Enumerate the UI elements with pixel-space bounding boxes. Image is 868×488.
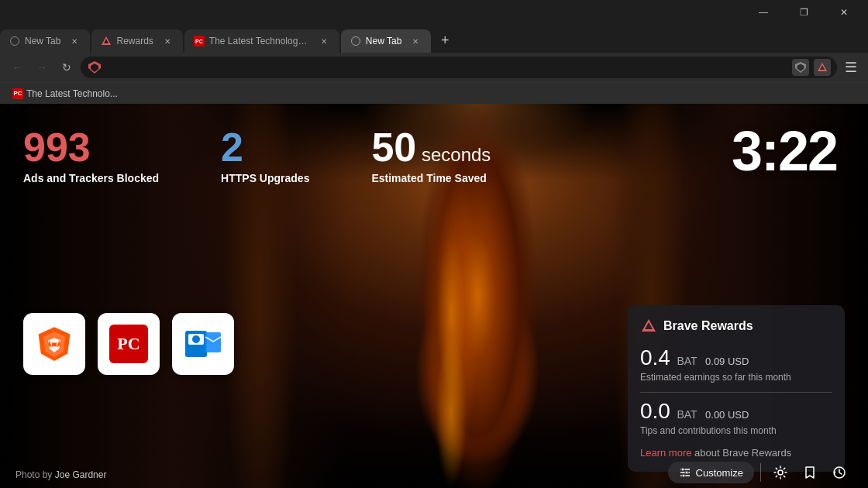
shortcut-brave[interactable] — [23, 313, 85, 375]
customize-label: Customize — [696, 467, 743, 479]
earnings-row: 0.4 BAT 0.09 USD Estimated earnings so f… — [640, 345, 832, 383]
customize-icon — [679, 466, 691, 479]
settings-icon — [773, 466, 787, 479]
time-label: Estimated Time Saved — [371, 172, 491, 184]
tab-label: Rewards — [116, 36, 153, 46]
tab-favicon-rewards — [101, 36, 112, 46]
tips-amount: 0.0 — [640, 399, 670, 423]
time-number: 50 — [371, 125, 416, 170]
svg-point-3 — [351, 37, 360, 46]
reload-button[interactable]: ↻ — [56, 57, 78, 78]
pcmag-favicon: PC — [12, 88, 23, 99]
ads-blocked-label: Ads and Trackers Blocked — [23, 172, 159, 184]
restore-button[interactable]: ❐ — [786, 0, 822, 25]
earnings-bat: BAT — [677, 355, 697, 367]
tab-rewards[interactable]: Rewards ✕ — [91, 29, 182, 53]
brave-shield-icon[interactable] — [87, 60, 102, 75]
rewards-card: Brave Rewards 0.4 BAT 0.09 USD Estimated… — [628, 305, 845, 472]
back-button[interactable]: ← — [6, 57, 28, 78]
tips-usd: 0.00 USD — [705, 409, 749, 421]
bookmarks-button[interactable] — [797, 459, 823, 486]
tabs-bar: New Tab ✕ Rewards ✕ PC The Latest Techno… — [0, 25, 868, 53]
shortcuts-section: PC — [23, 313, 234, 375]
menu-button[interactable]: ☰ — [840, 57, 862, 78]
tab-label: New Tab — [25, 36, 60, 46]
customize-button[interactable]: Customize — [668, 462, 754, 483]
nav-bar: ← → ↻ — [0, 53, 868, 82]
tab-label: The Latest Technology Product R — [209, 36, 310, 46]
tab-close-btn[interactable]: ✕ — [161, 35, 174, 47]
tips-row: 0.0 BAT 0.00 USD Tips and contributions … — [640, 399, 832, 436]
forward-button[interactable]: → — [31, 57, 53, 78]
svg-point-18 — [192, 335, 200, 343]
address-bar-actions — [792, 59, 831, 76]
stats-section: 993 Ads and Trackers Blocked 2 HTTPS Upg… — [23, 127, 553, 184]
rewards-nav-icon[interactable] — [814, 59, 831, 76]
browser-chrome: — ❐ ✕ New Tab ✕ Rewards ✕ — [0, 0, 868, 104]
address-input[interactable] — [105, 62, 792, 74]
tab-newtab-1[interactable]: New Tab ✕ — [0, 29, 90, 53]
title-bar: — ❐ ✕ — [0, 0, 868, 25]
brave-rewards-icon — [640, 318, 657, 335]
ads-blocked-stat: 993 Ads and Trackers Blocked — [23, 127, 159, 184]
svg-rect-15 — [52, 342, 57, 346]
history-icon — [832, 466, 846, 479]
svg-point-28 — [778, 470, 783, 475]
bottom-actions: Customize — [668, 459, 852, 486]
new-tab-button[interactable]: + — [432, 28, 457, 53]
earnings-usd: 0.09 USD — [705, 356, 749, 367]
tab-close-btn[interactable]: ✕ — [68, 35, 81, 47]
shortcut-outlook[interactable] — [172, 313, 234, 375]
address-bar-container — [81, 57, 837, 78]
shortcut-pcmag[interactable]: PC — [98, 313, 160, 375]
time-unit: seconds — [416, 144, 491, 165]
tab-favicon-newtab-active — [350, 36, 361, 46]
ads-blocked-number: 993 — [23, 127, 159, 167]
bottom-bar: Customize — [0, 457, 868, 488]
bookmark-pcmag[interactable]: PC The Latest Technolo... — [6, 87, 124, 101]
settings-button[interactable] — [767, 459, 794, 486]
earnings-amount: 0.4 — [640, 345, 670, 369]
tab-pcmag[interactable]: PC The Latest Technology Product R ✕ — [184, 29, 339, 53]
tips-label: Tips and contributions this month — [640, 425, 832, 436]
stats-row: 993 Ads and Trackers Blocked 2 HTTPS Upg… — [23, 127, 553, 184]
minimize-button[interactable]: — — [746, 0, 781, 25]
clock-display: 3:22 — [732, 119, 837, 183]
tab-newtab-active[interactable]: New Tab ✕ — [341, 29, 431, 53]
time-saved-stat: 50 seconds Estimated Time Saved — [371, 127, 491, 184]
pcmag-icon: PC — [109, 325, 148, 363]
brave-shield-nav-icon[interactable] — [792, 59, 809, 76]
rewards-divider — [640, 392, 832, 393]
tab-close-btn[interactable]: ✕ — [409, 35, 422, 47]
tips-bat: BAT — [677, 408, 697, 421]
new-tab-page: 993 Ads and Trackers Blocked 2 HTTPS Upg… — [0, 104, 868, 488]
bookmark-label: The Latest Technolo... — [26, 88, 118, 99]
outlook-icon — [184, 325, 222, 363]
https-stat: 2 HTTPS Upgrades — [221, 127, 309, 184]
history-button[interactable] — [826, 459, 852, 486]
svg-rect-19 — [205, 332, 221, 352]
https-number: 2 — [221, 127, 309, 167]
earnings-label: Estimated earnings so far this month — [640, 372, 832, 383]
bookmarks-bar: PC The Latest Technolo... — [0, 82, 868, 104]
tab-close-btn[interactable]: ✕ — [318, 35, 330, 47]
rewards-title: Brave Rewards — [663, 319, 753, 333]
close-button[interactable]: ✕ — [826, 0, 862, 25]
svg-point-25 — [681, 468, 684, 471]
bookmarks-icon — [803, 466, 817, 479]
tab-label: New Tab — [366, 36, 401, 46]
tab-favicon-pcmag: PC — [194, 36, 205, 46]
brave-logo-icon — [35, 325, 74, 363]
svg-point-27 — [682, 474, 685, 477]
tab-favicon-newtab — [9, 36, 20, 46]
bottom-divider — [760, 463, 761, 482]
svg-point-26 — [685, 471, 688, 474]
svg-point-0 — [11, 37, 19, 46]
rewards-card-header: Brave Rewards — [640, 318, 832, 335]
https-label: HTTPS Upgrades — [221, 172, 309, 184]
